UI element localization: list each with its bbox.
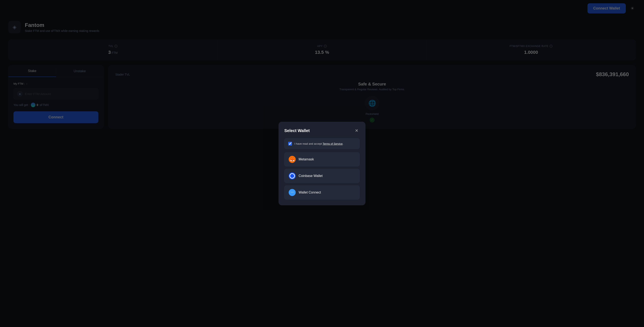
terms-text: I have read and accept Terms of Service. xyxy=(294,142,343,145)
terms-of-service-link[interactable]: Terms of Service xyxy=(322,142,343,145)
walletconnect-option[interactable]: 〰 Wallet Connect xyxy=(284,185,360,200)
coinbase-label: Coinbase Wallet xyxy=(298,174,322,178)
wc-icon-symbol: 〰 xyxy=(290,191,294,194)
modal-close-button[interactable]: ✕ xyxy=(354,127,360,134)
modal-title: Select Wallet xyxy=(284,128,310,133)
coinbase-wallet-option[interactable]: Coinbase Wallet xyxy=(284,169,360,183)
terms-checkbox[interactable] xyxy=(288,142,292,145)
metamask-icon: 🦊 xyxy=(289,156,296,163)
walletconnect-icon: 〰 xyxy=(289,189,296,196)
metamask-option[interactable]: 🦊 Metamask xyxy=(284,152,360,166)
terms-row: I have read and accept Terms of Service. xyxy=(284,138,360,149)
select-wallet-modal: Select Wallet ✕ I have read and accept T… xyxy=(278,122,366,205)
metamask-label: Metamask xyxy=(298,157,314,161)
modal-overlay[interactable]: Select Wallet ✕ I have read and accept T… xyxy=(0,0,644,327)
walletconnect-label: Wallet Connect xyxy=(298,191,321,194)
coinbase-wallet-icon xyxy=(289,172,296,179)
coinbase-ring xyxy=(290,173,295,179)
modal-header: Select Wallet ✕ xyxy=(284,127,360,134)
